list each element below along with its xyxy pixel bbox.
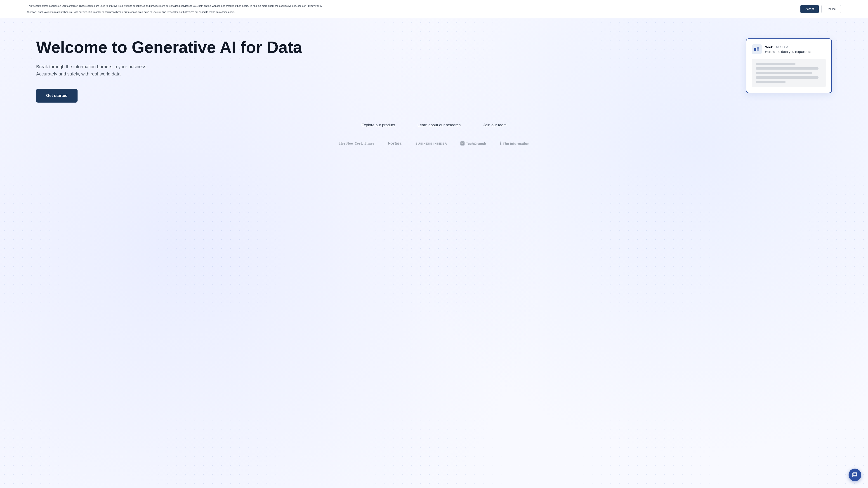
links-section: Explore our product Learn about our rese… [0,116,868,136]
chat-data-preview [752,59,826,87]
techcrunch-logo: TC TechCrunch [460,141,486,145]
data-line-4 [756,76,818,78]
hero-left: Welcome to Generative AI for Data Break … [36,38,474,103]
data-line-2 [756,67,818,70]
nyt-logo: The New York Times [339,141,374,145]
hero-content: Welcome to Generative AI for Data Break … [0,20,868,116]
svg-rect-0 [754,48,756,51]
cookie-text-block: This website stores cookies on your comp… [27,4,792,14]
cookie-buttons: Accept Decline [800,4,841,13]
hero-right: — Seek 10:31 AM Here' [746,38,832,93]
data-line-5 [756,81,785,83]
svg-rect-1 [757,47,759,49]
hero-subtitle: Break through the information barriers i… [36,63,167,77]
cookie-secondary-text: We won't track your information when you… [27,10,792,14]
data-line-3 [756,72,812,74]
chat-message: Here's the data you requested: [765,50,826,54]
get-started-button[interactable]: Get started [36,89,78,103]
chat-card: — Seek 10:31 AM Here' [746,38,832,93]
chat-icon [852,472,858,478]
join-team-link[interactable]: Join our team [483,123,506,127]
business-insider-logo: BUSINESS INSIDER [415,142,447,145]
techcrunch-icon: TC [460,141,465,145]
chat-meta: Seek 10:31 AM Here's the data you reques… [765,45,826,54]
cookie-main-text: This website stores cookies on your comp… [27,4,792,8]
learn-research-link[interactable]: Learn about our research [417,123,461,127]
chat-header-row: Seek 10:31 AM [765,45,826,49]
decline-button[interactable]: Decline [822,5,841,13]
seek-logo-icon [754,46,760,53]
press-section: The New York Times Forbes BUSINESS INSID… [0,136,868,160]
bot-name: Seek [765,45,773,49]
hero-section: Welcome to Generative AI for Data Break … [0,0,868,488]
the-information-logo: ℹ The Information [500,141,529,146]
chat-time: 10:31 AM [776,46,788,49]
explore-product-link[interactable]: Explore our product [362,123,395,127]
bot-avatar [752,44,762,54]
accept-button[interactable]: Accept [800,5,819,13]
subtitle-line1: Break through the information barriers i… [36,64,147,69]
chat-button[interactable] [848,468,861,481]
data-line-1 [756,63,796,65]
expand-icon: — [824,41,829,46]
subtitle-line2: Accurately and safely, with real-world d… [36,71,122,76]
hero-title: Welcome to Generative AI for Data [36,38,474,56]
forbes-logo: Forbes [388,141,402,146]
chat-header: Seek 10:31 AM Here's the data you reques… [752,44,826,54]
cookie-banner: This website stores cookies on your comp… [0,0,868,18]
svg-rect-2 [757,49,759,51]
